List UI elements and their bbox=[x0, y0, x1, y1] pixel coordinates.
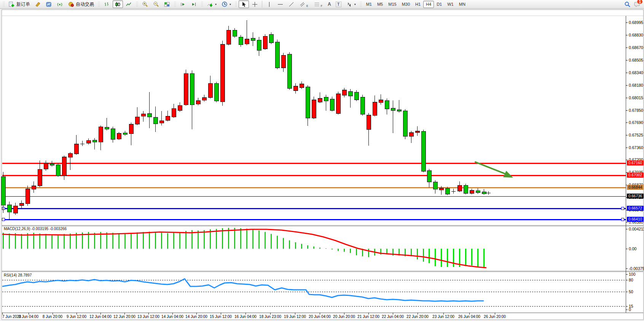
candle-body-down[interactable] bbox=[275, 42, 279, 68]
candle-body-up[interactable] bbox=[202, 97, 206, 100]
horizontal-line-0.66844[interactable] bbox=[2, 187, 626, 188]
candle-body-up[interactable] bbox=[26, 189, 30, 203]
candle-body-up[interactable] bbox=[379, 100, 383, 102]
horizontal-line-0.67002[interactable] bbox=[2, 175, 626, 176]
candle-body-down[interactable] bbox=[464, 185, 468, 193]
horizontal-line-0.67160[interactable] bbox=[2, 163, 626, 164]
candle-body-up[interactable] bbox=[226, 30, 231, 44]
candle-body-up[interactable] bbox=[336, 94, 340, 113]
candle-body-down[interactable] bbox=[257, 40, 261, 50]
candle-body-up[interactable] bbox=[184, 73, 188, 105]
candle-body-up[interactable] bbox=[470, 190, 474, 193]
horizontal-line-0.66410[interactable] bbox=[2, 219, 626, 220]
candle-body-down[interactable] bbox=[233, 30, 237, 36]
candle-body-down[interactable] bbox=[123, 133, 127, 134]
candle-body-up[interactable] bbox=[220, 44, 225, 102]
candle-body-up[interactable] bbox=[62, 157, 66, 176]
candle-body-down[interactable] bbox=[287, 54, 292, 88]
candle-body-down[interactable] bbox=[385, 100, 389, 109]
candle-body-up[interactable] bbox=[32, 186, 36, 189]
candle-body-up[interactable] bbox=[312, 100, 316, 118]
candle-body-down[interactable] bbox=[324, 97, 328, 101]
candle-body-down[interactable] bbox=[445, 188, 450, 194]
candle-body-down[interactable] bbox=[476, 191, 480, 192]
horizontal-line-0.66736[interactable] bbox=[2, 196, 626, 197]
candle-body-down[interactable] bbox=[306, 87, 310, 118]
time-axis-label: 12 Jun 20:00 bbox=[113, 315, 135, 319]
candle-body-down[interactable] bbox=[239, 37, 243, 44]
candle-body-down[interactable] bbox=[427, 170, 431, 182]
candle-body-down[interactable] bbox=[105, 127, 109, 129]
horizontal-line-0.66572[interactable] bbox=[2, 208, 626, 209]
candle-body-up[interactable] bbox=[415, 131, 419, 132]
candle-body-up[interactable] bbox=[208, 83, 212, 97]
time-axis-label: 15 Jun 12:00 bbox=[210, 315, 232, 319]
rsi-axis-label: 80 bbox=[629, 278, 633, 282]
candle-body-down[interactable] bbox=[360, 97, 365, 114]
candle-body-down[interactable] bbox=[190, 73, 194, 105]
candle-body-up[interactable] bbox=[342, 90, 346, 95]
candle-body-up[interactable] bbox=[99, 127, 103, 142]
price-badge-0.66410: 0.66410 bbox=[627, 217, 644, 222]
candle-body-up[interactable] bbox=[178, 105, 182, 110]
time-axis-label: 23 Jun 12:00 bbox=[432, 315, 454, 319]
candle-body-down[interactable] bbox=[403, 111, 407, 136]
candle-body-down[interactable] bbox=[50, 164, 54, 165]
candle-body-up[interactable] bbox=[19, 203, 24, 205]
candle-body-up[interactable] bbox=[172, 108, 176, 117]
chart-canvas[interactable] bbox=[0, 0, 644, 321]
candle-body-up[interactable] bbox=[86, 140, 91, 143]
candle-body-down[interactable] bbox=[153, 117, 158, 124]
candle-body-up[interactable] bbox=[159, 121, 164, 123]
candle-body-up[interactable] bbox=[457, 185, 462, 191]
chart-background bbox=[2, 10, 643, 319]
price-axis-label: 0.67850 bbox=[629, 108, 643, 113]
line-handle[interactable] bbox=[621, 218, 624, 221]
candle-body-down[interactable] bbox=[354, 92, 359, 100]
candle-body-up[interactable] bbox=[166, 116, 170, 120]
candle-body-up[interactable] bbox=[38, 169, 42, 186]
candle-body-down[interactable] bbox=[421, 131, 426, 171]
candle-body-up[interactable] bbox=[135, 117, 139, 124]
candle-body-up[interactable] bbox=[281, 55, 285, 68]
candle-body-down[interactable] bbox=[111, 129, 115, 139]
candle-body-up[interactable] bbox=[129, 124, 133, 133]
price-axis-label: 0.67690 bbox=[629, 120, 643, 125]
time-axis-label: 22 Jun 20:00 bbox=[406, 315, 429, 319]
candle-body-up[interactable] bbox=[300, 84, 304, 87]
candle-body-down[interactable] bbox=[1, 176, 5, 205]
candle-body-down[interactable] bbox=[330, 99, 334, 110]
candle-body-up[interactable] bbox=[293, 86, 298, 91]
candle-body-up[interactable] bbox=[373, 102, 377, 115]
candle-body-up[interactable] bbox=[44, 163, 48, 169]
candle-body-down[interactable] bbox=[391, 108, 395, 110]
candle-body-down[interactable] bbox=[251, 38, 255, 40]
candle-body-down[interactable] bbox=[56, 165, 60, 176]
line-handle[interactable] bbox=[2, 218, 5, 221]
candle-body-down[interactable] bbox=[147, 113, 151, 117]
candle-body-up[interactable] bbox=[367, 115, 371, 129]
candle-body-up[interactable] bbox=[74, 144, 78, 154]
candle-body-down[interactable] bbox=[92, 140, 97, 142]
candle-body-up[interactable] bbox=[263, 36, 267, 49]
time-axis-label: 20 Jun 20:00 bbox=[333, 315, 355, 319]
candle-body-down[interactable] bbox=[7, 205, 11, 212]
candle-body-down[interactable] bbox=[214, 83, 218, 101]
candle-body-down[interactable] bbox=[482, 192, 486, 194]
price-axis-label: 0.68340 bbox=[629, 70, 643, 75]
candle-body-up[interactable] bbox=[13, 206, 18, 213]
candle-body-up[interactable] bbox=[245, 39, 249, 44]
candle-body-up[interactable] bbox=[196, 100, 200, 104]
candle-body-up[interactable] bbox=[318, 98, 322, 102]
candle-body-up[interactable] bbox=[409, 132, 413, 136]
candle-body-up[interactable] bbox=[141, 114, 145, 116]
candle-body-down[interactable] bbox=[348, 91, 352, 96]
line-handle[interactable] bbox=[621, 207, 624, 210]
candle-body-down[interactable] bbox=[433, 182, 437, 189]
price-axis-label: 0.68995 bbox=[629, 20, 643, 25]
candle-body-up[interactable] bbox=[117, 133, 121, 139]
candle-body-up[interactable] bbox=[68, 153, 72, 157]
candle-body-down[interactable] bbox=[397, 110, 401, 111]
candle-body-up[interactable] bbox=[439, 188, 443, 190]
candle-body-down[interactable] bbox=[269, 34, 273, 43]
